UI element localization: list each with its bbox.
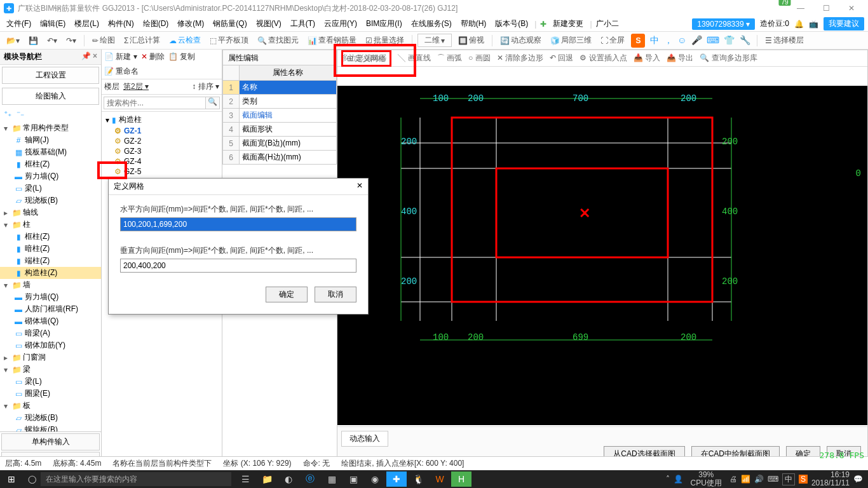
dialog-cancel-button[interactable]: 取消 — [315, 287, 356, 302]
view-mode-select[interactable]: 二维 ▾ — [417, 34, 452, 47]
app-360-icon[interactable]: ◉ — [365, 471, 385, 487]
expand-icon[interactable]: ⁺₊ — [4, 109, 11, 118]
menu-edit[interactable]: 编辑(E) — [37, 17, 68, 30]
clear-poly-button[interactable]: ✕ 清除多边形 — [497, 53, 543, 64]
tree-node[interactable]: ▱螺旋板(B) — [0, 424, 101, 431]
align-slab-button[interactable]: ⬚ 平齐板顶 — [207, 34, 251, 47]
tray-people-icon[interactable]: 👤 — [674, 475, 683, 484]
app-folder-icon[interactable]: 📁 — [257, 471, 277, 487]
tray-clock[interactable]: 16:192018/11/11 — [811, 471, 850, 487]
sum-button[interactable]: Σ 汇总计算 — [121, 34, 163, 47]
prop-row[interactable]: 3截面编辑 — [223, 109, 337, 123]
menu-component[interactable]: 构件(N) — [105, 17, 137, 30]
comp-item[interactable]: ⚙ GZ-5 — [105, 166, 218, 177]
tree-node[interactable]: ▾📁梁 — [0, 363, 101, 376]
menu-help[interactable]: 帮助(H) — [458, 17, 489, 30]
tray-sogou-icon[interactable]: S — [799, 475, 808, 484]
app-ggj-icon[interactable]: ✚ — [386, 471, 407, 487]
tree-node[interactable]: ▭梁(L) — [0, 376, 101, 388]
menu-floor[interactable]: 楼层(L) — [72, 17, 102, 30]
menu-version[interactable]: 版本号(B) — [492, 17, 531, 30]
redo-button[interactable]: ↷▾ — [64, 35, 79, 46]
tree-node[interactable]: ▦筏板基础(M) — [0, 146, 101, 158]
tree-node[interactable]: ▾📁板 — [0, 400, 101, 412]
tree-node[interactable]: ▮框柱(Z) — [0, 158, 101, 170]
save-button[interactable]: 💾 — [26, 35, 41, 46]
app-epic-icon[interactable]: ◐ — [278, 471, 299, 487]
tree-node[interactable]: ▭暗梁(A) — [0, 327, 101, 339]
cpu-meter[interactable]: 39%CPU使用 — [691, 471, 722, 487]
open-button[interactable]: 📂▾ — [4, 35, 22, 46]
nav-tree[interactable]: ▾📁常用构件类型#轴网(J)▦筏板基础(M)▮框柱(Z)▬剪力墙(Q)▭梁(L)… — [0, 121, 101, 431]
tree-node[interactable]: #轴网(J) — [0, 134, 101, 146]
new-change-button[interactable]: 新建变更 — [550, 17, 586, 30]
tree-node[interactable]: ▮端柱(Z) — [0, 255, 101, 267]
tree-node[interactable]: ▭圈梁(E) — [0, 388, 101, 400]
prop-row[interactable]: 4截面形状 — [223, 123, 337, 137]
tree-node[interactable]: ▾📁墙 — [0, 279, 101, 291]
tree-node[interactable]: ▮暗柱(Z) — [0, 243, 101, 255]
h-spacing-input[interactable] — [120, 217, 356, 231]
menu-rebar[interactable]: 钢筋量(Q) — [210, 17, 249, 30]
ime-tool-icon[interactable]: 🔧 — [740, 35, 750, 45]
undo-button[interactable]: ↶▾ — [44, 35, 60, 46]
export-button[interactable]: 📤 导出 — [667, 53, 693, 64]
tree-node[interactable]: ▬剪力墙(Q) — [0, 291, 101, 303]
search-icon[interactable]: 🔍 — [206, 97, 220, 109]
tray-up-icon[interactable]: ˄ — [666, 475, 670, 484]
project-settings-tab[interactable]: 工程设置 — [2, 67, 99, 84]
rename-component-button[interactable]: 📝 重命名 — [104, 66, 139, 77]
tray-ime-icon[interactable]: 中 — [782, 473, 795, 485]
tray-network-icon[interactable]: 📶 — [741, 475, 750, 484]
floor-select[interactable]: 第2层 ▾ — [123, 81, 149, 92]
app-ie-icon[interactable]: ⓔ — [300, 471, 320, 487]
ime-face-icon[interactable]: ☺ — [677, 35, 686, 45]
taskbar-search[interactable]: 在这里输入你要搜索的内容 — [41, 472, 231, 486]
tree-node[interactable]: ▸📁轴线 — [0, 207, 101, 219]
draw-arc-button[interactable]: ⌒ 画弧 — [437, 53, 462, 64]
pin-icon[interactable]: 📌 × — [81, 51, 97, 62]
menu-tools[interactable]: 工具(T) — [288, 17, 318, 30]
query-poly-button[interactable]: 🔍 查询多边形库 — [700, 53, 757, 64]
tree-node[interactable]: ▭梁(L) — [0, 182, 101, 194]
top-view-button[interactable]: 🔲 俯视 — [456, 34, 487, 47]
tree-node[interactable]: ▾📁柱 — [0, 219, 101, 231]
select-floor-button[interactable]: ☰ 选择楼层 — [763, 34, 806, 47]
tray-printer-icon[interactable]: 🖨 — [729, 475, 737, 484]
tray-notification-icon[interactable]: 💬 — [853, 475, 863, 484]
ime-keyboard-icon[interactable]: ⌨ — [707, 35, 719, 45]
comp-item[interactable]: ⚙ GZ-3 — [105, 146, 218, 156]
menu-view[interactable]: 视图(V) — [254, 17, 284, 30]
tree-node[interactable]: ▾📁常用构件类型 — [0, 122, 101, 134]
phone-badge[interactable]: 13907298339 ▾ — [692, 18, 755, 30]
tree-node[interactable]: ▭砌体加筋(Y) — [0, 339, 101, 351]
v-spacing-input[interactable] — [120, 259, 356, 273]
undo-poly-button[interactable]: ↶ 回退 — [550, 53, 573, 64]
tree-node[interactable]: ▬砌体墙(Q) — [0, 315, 101, 327]
prop-row[interactable]: 6截面高(H边)(mm) — [223, 151, 337, 165]
bell-icon[interactable]: 🔔 — [794, 20, 804, 29]
cortana-icon[interactable]: ◯ — [23, 475, 41, 484]
comp-item[interactable]: ⚙ GZ-4 — [105, 156, 218, 166]
tray-keyboard-icon[interactable]: ⌨ — [768, 475, 778, 484]
local-3d-button[interactable]: 🧊 局部三维 — [548, 34, 594, 47]
import-button[interactable]: 📥 导入 — [634, 53, 660, 64]
app-wps-icon[interactable]: W — [430, 471, 450, 487]
comp-item[interactable]: ⚙ GZ-2 — [105, 136, 218, 146]
prop-row[interactable]: 5截面宽(B边)(mm) — [223, 137, 337, 151]
menu-file[interactable]: 文件(F) — [4, 17, 34, 30]
property-table[interactable]: 属性名称 1名称2类别3截面编辑4截面形状5截面宽(B边)(mm)6截面高(H边… — [222, 65, 337, 165]
collapse-icon[interactable]: ⁻₋ — [17, 109, 24, 118]
cloud-check-button[interactable]: ☁ 云检查 — [166, 34, 203, 47]
tree-node[interactable]: ▸📁门窗洞 — [0, 351, 101, 363]
ime-mic-icon[interactable]: 🎤 — [691, 35, 702, 45]
app-qq-icon[interactable]: 🐧 — [408, 471, 428, 487]
menu-cloud[interactable]: 云应用(Y) — [322, 17, 360, 30]
prop-row[interactable]: 2类别 — [223, 95, 337, 109]
tv-icon[interactable]: 📺 — [809, 20, 818, 29]
prop-row[interactable]: 1名称 — [223, 81, 337, 95]
start-button[interactable]: ⊞ — [0, 474, 23, 484]
ime-skin-icon[interactable]: 👕 — [724, 35, 735, 45]
menu-draw[interactable]: 绘图(D) — [140, 17, 172, 30]
tree-node[interactable]: ▱现浇板(B) — [0, 412, 101, 424]
